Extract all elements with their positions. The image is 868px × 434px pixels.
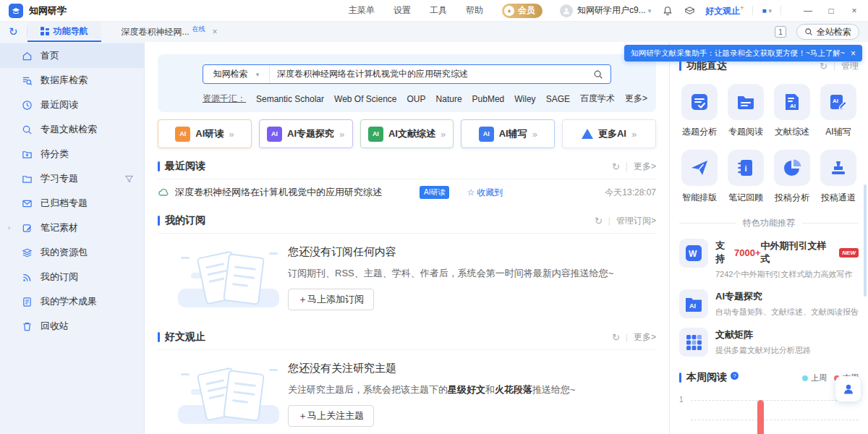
refresh-icon[interactable]: ↻ <box>612 161 620 172</box>
haowen-more-link[interactable]: 更多> <box>634 331 656 344</box>
sidebar-item-study-topics[interactable]: 学习专题 <box>0 166 144 191</box>
resource-link-baidu-scholar[interactable]: 百度学术 <box>580 93 615 105</box>
favorite-action[interactable]: ☆ 收藏到 <box>467 187 503 199</box>
help-question-icon[interactable]: ? <box>731 372 739 380</box>
sidebar-item-subscriptions[interactable]: 我的订阅 <box>0 265 144 289</box>
sidebar-item-database-search[interactable]: 数据库检索 <box>0 68 144 93</box>
menu-main[interactable]: 主菜单 <box>349 4 375 17</box>
site-search-button[interactable]: 全站检索 <box>796 24 859 40</box>
vip-badge[interactable]: ♦ 会员 <box>502 4 542 18</box>
user-avatar[interactable] <box>560 4 573 17</box>
weekly-reading-title: 本周阅读 <box>686 371 727 384</box>
quick-manage-link[interactable]: 管理 <box>841 60 859 72</box>
sidebar-item-home[interactable]: 首页 <box>0 43 144 68</box>
feature-ai-topic-explore[interactable]: AI AI专题探究 自动专题矩阵、文献综述、文献阅读报告 <box>679 289 859 318</box>
sidebar-item-resource-packages[interactable]: 我的资源包 <box>0 240 144 265</box>
doc-ai-icon: AI <box>782 92 802 112</box>
section-bar <box>679 61 681 71</box>
ai-literature-review-button[interactable]: AI AI文献综述 » <box>360 119 454 148</box>
assistant-float-button[interactable] <box>835 376 861 401</box>
ai-reading-badge[interactable]: AI研读 <box>420 186 449 199</box>
resource-link-more[interactable]: 更多> <box>625 93 647 105</box>
sidebar-item-topic-literature-search[interactable]: 专题文献检索 <box>0 117 144 142</box>
refresh-icon[interactable]: ↻ <box>595 216 603 226</box>
notification-bell-icon[interactable] <box>663 6 673 16</box>
quick-submission-analysis[interactable]: 投稿分析 <box>772 150 812 204</box>
banner-close-icon[interactable]: × <box>851 48 856 59</box>
feature-literature-matrix[interactable]: 文献矩阵 提供多篇文献对比分析思路 <box>679 328 859 357</box>
search-input[interactable] <box>270 69 586 80</box>
resource-link-oup[interactable]: OUP <box>407 94 426 104</box>
quick-topic-reading[interactable]: 专题阅读 <box>726 84 766 138</box>
expand-chevron-icon[interactable]: › <box>8 224 10 231</box>
ai-topic-explore-button[interactable]: AI AI专题探究 » <box>259 119 353 148</box>
refresh-page-icon[interactable]: ↻ <box>0 25 27 38</box>
quick-submission-channel[interactable]: 投稿通道 <box>818 150 859 204</box>
refresh-icon[interactable]: ↻ <box>612 332 620 343</box>
tab-close-icon[interactable]: × <box>213 27 218 37</box>
quick-smart-typesetting[interactable]: 智能排版 <box>679 150 720 204</box>
resource-link-nature[interactable]: Nature <box>436 94 462 104</box>
tab-function-navigation[interactable]: 功能导航 <box>27 22 101 42</box>
ai-button-label: 更多AI <box>598 127 626 140</box>
quick-literature-review[interactable]: AI 文献综述 <box>772 84 812 138</box>
user-chevron-down-icon[interactable]: ▾ <box>648 7 652 14</box>
search-icon <box>804 27 813 36</box>
follow-topic-button[interactable]: ＋马上关注主题 <box>288 405 374 427</box>
feature-citation-styles[interactable]: W 支持7000+中外期刊引文样式 NEW 7242个中外期刊引文样式助力高效写… <box>679 239 859 280</box>
resource-link-sage[interactable]: SAGE <box>546 94 570 104</box>
username[interactable]: 知网研学用户c9... <box>577 4 646 17</box>
collector-notification-banner[interactable]: 知网研学文献采集助手：让题录和全文获取更方便！~马上了解~ × <box>624 45 862 61</box>
person-icon <box>842 383 855 396</box>
search-bar: 知网检索 ▾ <box>203 64 611 84</box>
ai-writing-assist-button[interactable]: AI AI辅写 » <box>461 119 555 148</box>
sidebar-item-note-materials[interactable]: › 笔记素材 <box>0 216 144 240</box>
desc-text: 和 <box>485 384 495 395</box>
ai-pencil-icon: AI <box>828 92 848 112</box>
manage-subscription-link[interactable]: 管理订阅> <box>616 215 656 227</box>
sidebar-item-archived-topics[interactable]: 已归档专题 <box>0 191 144 216</box>
nav-grid-icon <box>41 27 49 35</box>
sidebar-item-academic-achievements[interactable]: 我的学术成果 <box>0 289 144 314</box>
search-button[interactable] <box>586 65 610 83</box>
resource-link-wiley[interactable]: Wiley <box>514 94 535 104</box>
trash-icon <box>22 321 33 332</box>
feature-title-highlight: 7000+ <box>734 247 761 258</box>
ai-reading-button[interactable]: AI AI研读 » <box>158 119 252 148</box>
window-close-button[interactable]: × <box>849 6 859 16</box>
sidebar-item-recent-reading[interactable]: 最近阅读 <box>0 93 144 117</box>
refresh-icon[interactable]: ↻ <box>820 61 827 72</box>
resource-link-pubmed[interactable]: PubMed <box>472 94 505 104</box>
haowen-quick-link[interactable]: 好文观止+ <box>705 4 744 17</box>
sidebar-label: 回收站 <box>41 320 69 333</box>
window-minimize-button[interactable]: — <box>803 6 813 16</box>
scrollbar-thumb[interactable] <box>864 184 867 297</box>
chart-ytick: 1 <box>679 396 684 404</box>
filter-icon[interactable] <box>124 174 134 184</box>
menu-help[interactable]: 帮助 <box>466 4 483 17</box>
recent-item-title[interactable]: 深度卷积神经网络在计算机视觉中的应用研究综述 <box>175 186 382 199</box>
ai-button-label: AI文献综述 <box>388 127 435 140</box>
search-engine-select[interactable]: 知网检索 ▾ <box>203 65 270 83</box>
tab-document[interactable]: 深度卷积神经网... 在线 × <box>122 26 218 38</box>
featured-divider: 特色功能推荐 <box>679 217 859 229</box>
recent-reading-item[interactable]: 深度卷积神经网络在计算机视觉中的应用研究综述 AI研读 ☆ 收藏到 今天13:2… <box>158 179 656 205</box>
layout-chevron-down-icon[interactable]: ▾ <box>768 7 772 14</box>
resource-link-web-of-science[interactable]: Web Of Science <box>334 94 396 104</box>
open-pages-badge[interactable]: 1 <box>775 26 786 38</box>
add-subscription-button[interactable]: ＋马上添加订阅 <box>288 289 374 310</box>
layout-toggle-icon[interactable]: ■ <box>762 7 766 14</box>
resource-box-icon[interactable] <box>684 5 695 16</box>
quick-topic-analysis[interactable]: 选题分析 <box>679 84 720 138</box>
layers-icon <box>22 247 33 258</box>
quick-note-review[interactable]: i 笔记回顾 <box>726 150 766 204</box>
sidebar-item-recycle-bin[interactable]: 回收站 <box>0 314 144 339</box>
sidebar-item-unclassified[interactable]: 待分类 <box>0 142 144 166</box>
menu-settings[interactable]: 设置 <box>393 4 411 17</box>
resource-link-semantic-scholar[interactable]: Semantic Scholar <box>256 94 324 104</box>
quick-ai-writing[interactable]: AI AI辅写 <box>818 84 859 138</box>
window-maximize-button[interactable]: □ <box>826 6 836 16</box>
menu-tools[interactable]: 工具 <box>430 4 447 17</box>
recent-more-link[interactable]: 更多> <box>634 161 656 173</box>
more-ai-button[interactable]: 更多AI » <box>562 119 656 148</box>
